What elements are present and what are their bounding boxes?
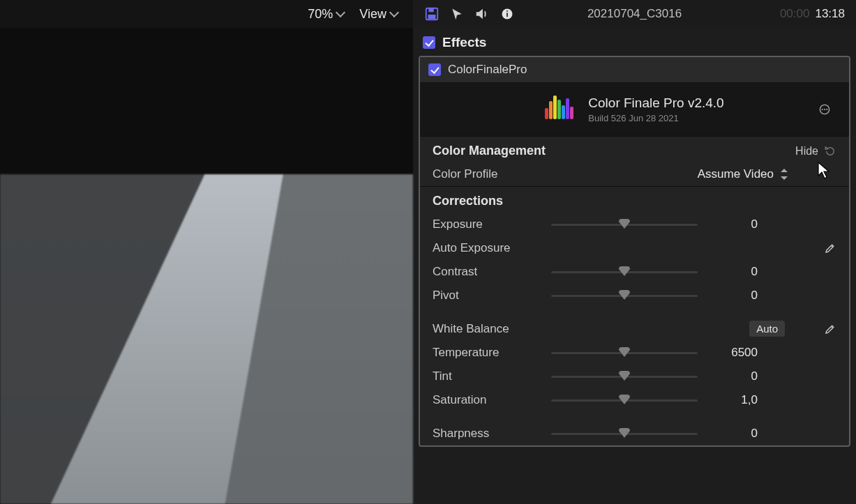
reset-icon[interactable]: [824, 145, 836, 158]
view-label: View: [359, 7, 386, 22]
slider-temperature[interactable]: [551, 346, 698, 360]
slider-thumb-icon[interactable]: [619, 347, 630, 357]
timecode-dim: 00:00: [780, 7, 810, 21]
save-icon[interactable]: [424, 6, 440, 22]
speaker-icon[interactable]: [474, 6, 490, 22]
value-saturation[interactable]: 1,0: [698, 393, 760, 407]
svg-rect-5: [506, 10, 508, 12]
slider-exposure[interactable]: [551, 217, 698, 231]
value-temperature[interactable]: 6500: [698, 346, 760, 360]
svg-point-8: [824, 109, 825, 110]
plugin-title: Color Finale Pro v2.4.0: [588, 96, 723, 111]
effects-section-header: Effects: [413, 28, 856, 56]
svg-point-7: [822, 109, 823, 110]
label-temperature: Temperature: [433, 346, 551, 360]
value-sharpness[interactable]: 0: [698, 427, 760, 441]
slider-thumb-icon[interactable]: [619, 428, 630, 438]
label-contrast: Contrast: [433, 265, 551, 279]
panel-toolbar: 20210704_C3016 00:00 13:18: [413, 0, 856, 28]
label-pivot: Pivot: [433, 289, 551, 303]
effects-checkbox[interactable]: [423, 36, 435, 49]
row-tint: Tint 0: [420, 365, 849, 388]
slider-sharpness[interactable]: [551, 427, 698, 441]
value-contrast[interactable]: 0: [698, 265, 760, 279]
svg-point-9: [826, 109, 827, 110]
slider-saturation[interactable]: [551, 393, 698, 407]
plugin-banner: Color Finale Pro v2.4.0 Build 526 Jun 28…: [420, 83, 849, 136]
view-dropdown[interactable]: View: [359, 7, 398, 22]
chevron-down-icon: [336, 8, 345, 17]
plugin-header[interactable]: ColorFinalePro: [420, 57, 849, 83]
value-pivot[interactable]: 0: [698, 289, 760, 303]
select-color-profile[interactable]: Assume Video: [698, 167, 788, 181]
svg-rect-2: [428, 15, 436, 19]
more-icon[interactable]: [817, 102, 832, 117]
svg-rect-1: [428, 8, 433, 13]
plugin-build: Build 526 Jun 28 2021: [588, 113, 723, 123]
plugin-name: ColorFinalePro: [448, 63, 527, 77]
row-pivot: Pivot 0: [420, 284, 849, 307]
select-value: Assume Video: [698, 167, 774, 181]
plugin-info: Color Finale Pro v2.4.0 Build 526 Jun 28…: [588, 96, 723, 123]
slider-tint[interactable]: [551, 369, 698, 383]
info-icon[interactable]: [500, 6, 515, 22]
group-title: Corrections: [433, 194, 503, 208]
viewer-panel: 70% View: [0, 0, 413, 504]
hide-button[interactable]: Hide: [795, 145, 818, 158]
plugin-checkbox[interactable]: [428, 63, 441, 76]
video-frame: [0, 174, 413, 504]
timecode: 00:00 13:18: [780, 7, 845, 21]
slider-contrast[interactable]: [551, 265, 698, 279]
row-color-profile: Color Profile Assume Video: [420, 162, 849, 186]
row-exposure: Exposure 0: [420, 213, 849, 236]
row-saturation: Saturation 1,0: [420, 388, 849, 412]
group-color-management: Color Management Hide Color Profile Assu…: [420, 136, 849, 186]
slider-thumb-icon[interactable]: [619, 371, 630, 381]
slider-thumb-icon[interactable]: [619, 219, 630, 229]
label-color-profile: Color Profile: [433, 167, 551, 181]
label-saturation: Saturation: [433, 393, 551, 407]
zoom-dropdown[interactable]: 70%: [308, 7, 344, 22]
group-corrections: Corrections Exposure 0 Auto Exposure: [420, 186, 849, 445]
row-white-balance: White Balance Auto: [420, 317, 849, 341]
row-sharpness: Sharpness 0: [420, 422, 849, 445]
plugin-container: ColorFinalePro Color Finale Pro v2.4.0 B…: [419, 56, 850, 447]
row-auto-exposure: Auto Exposure: [420, 236, 849, 260]
effects-title: Effects: [442, 35, 486, 50]
viewer-toolbar: 70% View: [0, 0, 413, 28]
timecode-bright: 13:18: [815, 7, 845, 21]
chevron-down-icon: [389, 8, 399, 17]
inspector-panel: 20210704_C3016 00:00 13:18 Effects Color…: [413, 0, 856, 504]
group-title: Color Management: [433, 144, 546, 158]
viewer-canvas[interactable]: [0, 28, 413, 504]
value-exposure[interactable]: 0: [698, 217, 760, 231]
cursor-icon[interactable]: [449, 6, 465, 22]
label-exposure: Exposure: [433, 217, 551, 231]
label-tint: Tint: [433, 369, 551, 383]
label-auto-exposure: Auto Exposure: [433, 241, 511, 255]
value-tint[interactable]: 0: [698, 369, 760, 383]
svg-rect-4: [506, 13, 508, 17]
label-sharpness: Sharpness: [433, 427, 551, 441]
zoom-value: 70%: [308, 7, 333, 22]
slider-thumb-icon[interactable]: [619, 266, 630, 276]
updown-icon: [781, 169, 788, 180]
row-contrast: Contrast 0: [420, 260, 849, 284]
slider-thumb-icon[interactable]: [619, 290, 630, 300]
eyedropper-icon[interactable]: [824, 242, 836, 254]
auto-button[interactable]: Auto: [749, 321, 785, 337]
slider-pivot[interactable]: [551, 289, 698, 303]
plugin-logo-icon: [545, 96, 576, 123]
label-white-balance: White Balance: [433, 322, 509, 336]
eyedropper-icon[interactable]: [824, 323, 836, 335]
slider-thumb-icon[interactable]: [619, 395, 630, 404]
row-temperature: Temperature 6500: [420, 341, 849, 365]
